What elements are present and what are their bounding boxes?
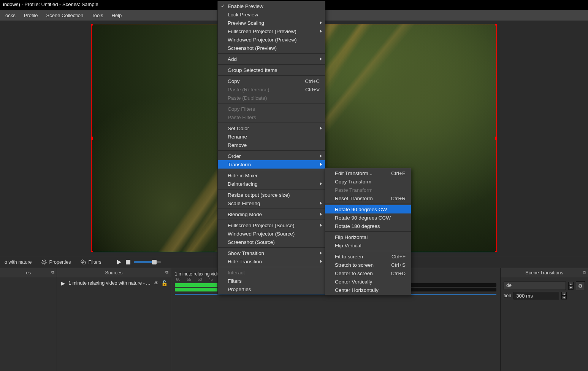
ctx-item-windowed-projector-source[interactable]: Windowed Projector (Source) xyxy=(218,229,325,238)
menu-item-label: Paste (Reference) xyxy=(228,87,269,92)
chevron-up-icon[interactable]: ▲ xyxy=(561,292,567,296)
menu-tools[interactable]: Tools xyxy=(88,11,107,20)
sub-item-flip-vertical[interactable]: Flip Vertical xyxy=(325,241,411,250)
menu-item-label: Center Horizontally xyxy=(335,287,379,293)
ctx-separator xyxy=(218,103,325,103)
ctx-item-blending-mode[interactable]: Blending Mode xyxy=(218,210,325,218)
ctx-item-fullscreen-projector-preview[interactable]: Fullscreen Projector (Preview) xyxy=(218,27,325,35)
ctx-item-screenshot-preview[interactable]: Screenshot (Preview) xyxy=(218,44,325,52)
sub-item-fit-to-screen[interactable]: Fit to screenCtrl+F xyxy=(325,252,411,261)
ctx-item-scale-filtering[interactable]: Scale Filtering xyxy=(218,199,325,207)
sub-item-rotate-180-degrees[interactable]: Rotate 180 degrees xyxy=(325,222,411,230)
ctx-item-filters[interactable]: Filters xyxy=(218,277,325,285)
volume-thumb[interactable] xyxy=(152,260,157,264)
ctx-item-group-selected-items[interactable]: Group Selected Items xyxy=(218,66,325,74)
preview-context-menu[interactable]: ✓Enable PreviewLock PreviewPreview Scali… xyxy=(217,1,325,295)
ctx-item-deinterlacing[interactable]: Deinterlacing xyxy=(218,180,325,188)
sub-item-center-to-screen[interactable]: Center to screenCtrl+D xyxy=(325,269,411,277)
window-title: indows) - Profile: Untitled - Scenes: Sa… xyxy=(3,2,98,7)
sub-item-copy-transform[interactable]: Copy Transform xyxy=(325,177,411,186)
transform-submenu[interactable]: Edit Transform...Ctrl+ECopy TransformPas… xyxy=(325,168,411,295)
ctx-separator xyxy=(218,189,325,189)
ctx-item-set-color[interactable]: Set Color xyxy=(218,124,325,132)
ctx-item-order[interactable]: Order xyxy=(218,152,325,160)
chevron-down-icon[interactable]: ▼ xyxy=(568,286,574,290)
selection-handle-tr[interactable] xyxy=(495,24,497,25)
ctx-item-resize-output-source-size[interactable]: Resize output (source size) xyxy=(218,191,325,199)
duration-input[interactable] xyxy=(514,292,559,299)
sub-item-flip-horizontal[interactable]: Flip Horizontal xyxy=(325,233,411,241)
selection-handle-br[interactable] xyxy=(495,251,497,252)
ctx-item-enable-preview[interactable]: ✓Enable Preview xyxy=(218,2,325,10)
sub-item-center-vertically[interactable]: Center Vertically xyxy=(325,277,411,286)
menu-item-label: Show Transition xyxy=(228,250,264,256)
filters-button[interactable]: Filters xyxy=(77,258,105,267)
sub-separator xyxy=(325,204,411,204)
sub-item-stretch-to-screen[interactable]: Stretch to screenCtrl+S xyxy=(325,261,411,269)
ctx-item-screenshot-source[interactable]: Screenshot (Source) xyxy=(218,238,325,246)
ctx-item-copy[interactable]: CopyCtrl+C xyxy=(218,77,325,85)
chevron-down-icon[interactable]: ▼ xyxy=(561,296,567,299)
sub-item-rotate-90-degrees-ccw[interactable]: Rotate 90 degrees CCW xyxy=(325,213,411,222)
menu-docks[interactable]: ocks xyxy=(2,11,19,20)
menu-item-label: Windowed Projector (Preview) xyxy=(228,37,297,43)
menu-scene-collection[interactable]: Scene Collection xyxy=(43,11,87,20)
selection-handle-ml[interactable] xyxy=(91,137,93,140)
menu-item-label: Reset Transform xyxy=(335,196,373,201)
ctx-item-preview-scaling[interactable]: Preview Scaling xyxy=(218,19,325,27)
submenu-arrow-icon xyxy=(320,182,322,185)
sub-item-reset-transform[interactable]: Reset TransformCtrl+R xyxy=(325,194,411,202)
transition-select-spinner[interactable]: ▲ ▼ xyxy=(568,282,574,290)
submenu-arrow-icon xyxy=(320,163,322,166)
source-row[interactable]: ▶ 1 minute relaxing video with nature - … xyxy=(59,279,169,287)
ctx-item-add[interactable]: Add xyxy=(218,55,325,63)
transitions-popout-icon[interactable]: ⧉ xyxy=(583,270,586,275)
transition-settings-button[interactable]: ⚙ xyxy=(576,281,585,290)
selection-handle-mr[interactable] xyxy=(495,137,497,140)
scenes-panel: es ⧉ xyxy=(0,268,57,371)
chevron-up-icon[interactable]: ▲ xyxy=(568,282,574,286)
sources-popout-icon[interactable]: ⧉ xyxy=(165,270,168,275)
svg-point-0 xyxy=(43,261,45,263)
ctx-item-show-transition[interactable]: Show Transition xyxy=(218,249,325,257)
sub-item-edit-transform[interactable]: Edit Transform...Ctrl+E xyxy=(325,169,411,177)
menu-item-label: Screenshot (Source) xyxy=(228,239,275,245)
properties-button[interactable]: Properties xyxy=(38,258,74,267)
volume-slider[interactable] xyxy=(134,261,161,263)
duration-spinner[interactable]: ▲ ▼ xyxy=(561,292,567,299)
selection-handle-bl[interactable] xyxy=(91,251,93,252)
menu-item-label: Center Vertically xyxy=(335,279,372,285)
ctx-item-hide-in-mixer[interactable]: Hide in Mixer xyxy=(218,171,325,180)
play-button[interactable] xyxy=(116,259,122,265)
visibility-toggle-icon[interactable]: 👁 xyxy=(154,280,159,286)
ctx-item-hide-transition[interactable]: Hide Transition xyxy=(218,257,325,266)
ctx-item-properties[interactable]: Properties xyxy=(218,285,325,293)
menu-item-label: Fit to screen xyxy=(335,254,363,260)
menu-item-shortcut: Ctrl+V xyxy=(290,87,320,92)
scenes-body[interactable] xyxy=(0,277,57,371)
ctx-item-transform[interactable]: Transform xyxy=(218,160,325,169)
sub-item-rotate-90-degrees-cw[interactable]: Rotate 90 degrees CW xyxy=(325,205,411,213)
ctx-item-rename[interactable]: Rename xyxy=(218,132,325,141)
sources-body: ▶ 1 minute relaxing video with nature - … xyxy=(57,277,171,371)
svg-marker-3 xyxy=(117,260,121,264)
ctx-item-windowed-projector-preview[interactable]: Windowed Projector (Preview) xyxy=(218,35,325,44)
selection-handle-tl[interactable] xyxy=(91,24,93,25)
ctx-item-lock-preview[interactable]: Lock Preview xyxy=(218,10,325,19)
volume-fill xyxy=(134,261,153,263)
stop-button[interactable] xyxy=(125,259,131,265)
menu-item-label: Add xyxy=(228,56,237,62)
menu-help[interactable]: Help xyxy=(108,11,126,20)
ctx-item-remove[interactable]: Remove xyxy=(218,141,325,149)
menu-profile[interactable]: Profile xyxy=(20,11,42,20)
check-icon: ✓ xyxy=(221,3,225,9)
transition-select[interactable]: de xyxy=(504,282,566,290)
ctx-item-fullscreen-projector-source[interactable]: Fullscreen Projector (Source) xyxy=(218,221,325,229)
menu-item-label: Properties xyxy=(228,287,251,292)
scenes-popout-icon[interactable]: ⧉ xyxy=(51,270,54,275)
sub-item-center-horizontally[interactable]: Center Horizontally xyxy=(325,286,411,294)
menu-item-label: Copy Filters xyxy=(228,106,255,112)
lock-toggle-icon[interactable]: 🔓 xyxy=(161,280,168,286)
submenu-arrow-icon xyxy=(320,252,322,255)
menu-item-shortcut: Ctrl+E xyxy=(376,170,406,176)
